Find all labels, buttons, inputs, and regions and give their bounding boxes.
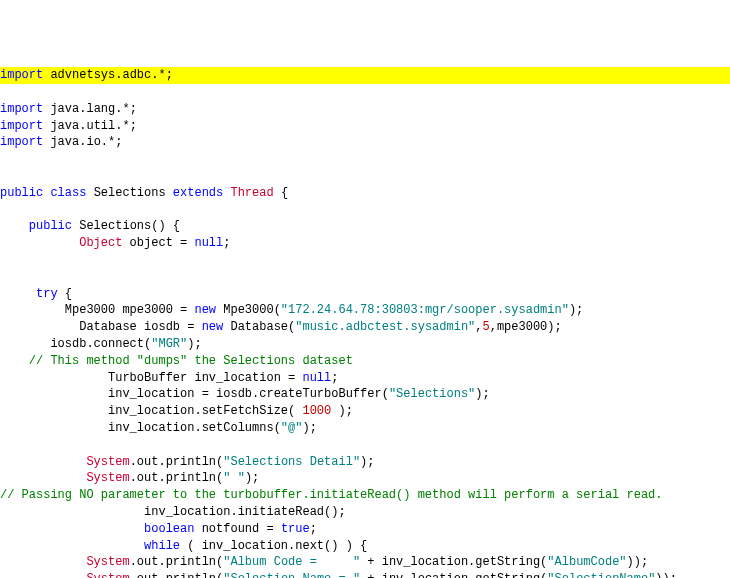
semicolon: ; [331,371,338,385]
code-text: .out.println( [130,572,224,578]
code-text: ); [475,387,489,401]
code-editor: import advnetsys.adbc.*; import java.lan… [0,67,730,578]
keyword-public: public [0,186,43,200]
type-system: System [86,471,129,485]
code-text: + inv_location.getString( [360,555,547,569]
comment: // This method "dumps" the Selections da… [0,354,353,368]
code-text: ); [331,404,353,418]
keyword-true: true [281,522,310,536]
string-literal: "@" [281,421,303,435]
keyword-null: null [302,371,331,385]
type-object: Object [0,236,122,250]
code-text: iosdb.connect( [0,337,151,351]
keyword-import: import [0,68,43,82]
type-system: System [86,572,129,578]
code-text: , [475,320,482,334]
keyword-boolean: boolean [144,522,194,536]
code-text: ( inv_location.next() ) { [180,539,367,553]
code-text: .out.println( [130,455,224,469]
package-name: java.io.*; [43,135,122,149]
code-text: ); [187,337,201,351]
code-text: Mpe3000 mpe3000 = [0,303,194,317]
code-text: object = [122,236,194,250]
semicolon: ; [310,522,317,536]
code-text: )); [655,572,677,578]
number-literal: 5 [483,320,490,334]
keyword-import: import [0,135,43,149]
keyword-try: try [0,287,58,301]
keyword-import: import [0,119,43,133]
string-literal: "AlbumCode" [547,555,626,569]
code-text: inv_location.initiateRead(); [0,505,346,519]
string-literal: "Selections Detail" [223,455,360,469]
package-name: advnetsys.adbc.*; [43,68,173,82]
code-text: inv_location = iosdb.createTurboBuffer( [0,387,389,401]
code-text: )); [627,555,649,569]
brace: { [274,186,288,200]
code-text [0,471,86,485]
string-literal: "172.24.64.78:30803:mgr/sooper.sysadmin" [281,303,569,317]
string-literal: "Selections" [389,387,475,401]
string-literal: "Album Code = " [223,555,360,569]
code-text: Mpe3000( [216,303,281,317]
keyword-new: new [202,320,224,334]
code-text: ); [302,421,316,435]
keyword-extends: extends [166,186,224,200]
code-text: + inv_location.getString( [360,572,547,578]
brace: { [58,287,72,301]
code-text: .out.println( [130,555,224,569]
string-literal: "music.adbctest.sysadmin" [295,320,475,334]
code-text [0,555,86,569]
code-text: ); [245,471,259,485]
comment: // Passing NO parameter to the turbobuff… [0,488,663,502]
string-literal: " " [223,471,245,485]
code-text: Database( [223,320,295,334]
number-literal: 1000 [302,404,331,418]
code-text: ); [569,303,583,317]
keyword-public: public [0,219,72,233]
code-text: ); [360,455,374,469]
string-literal: "Selection Name = " [223,572,360,578]
keyword-null: null [194,236,223,250]
package-name: java.util.*; [43,119,137,133]
semicolon: ; [223,236,230,250]
code-text: .out.println( [130,471,224,485]
constructor-name: Selections() [72,219,166,233]
keyword-while: while [144,539,180,553]
code-text: inv_location.setColumns( [0,421,281,435]
keyword-class: class [43,186,86,200]
class-name: Selections [86,186,165,200]
package-name: java.lang.*; [43,102,137,116]
code-text: Database iosdb = [0,320,202,334]
code-text: TurboBuffer inv_location = [0,371,302,385]
code-text: ,mpe3000); [490,320,562,334]
keyword-import: import [0,102,43,116]
code-text: inv_location.setFetchSize( [0,404,302,418]
code-text [0,539,144,553]
code-text [0,455,86,469]
type-system: System [86,455,129,469]
code-text [0,572,86,578]
highlighted-line: import advnetsys.adbc.*; [0,67,730,84]
code-text: notfound = [194,522,280,536]
type-system: System [86,555,129,569]
brace: { [166,219,180,233]
keyword-new: new [194,303,216,317]
string-literal: "MGR" [151,337,187,351]
type-thread: Thread [223,186,273,200]
string-literal: "SelectionName" [547,572,655,578]
code-text [0,522,144,536]
